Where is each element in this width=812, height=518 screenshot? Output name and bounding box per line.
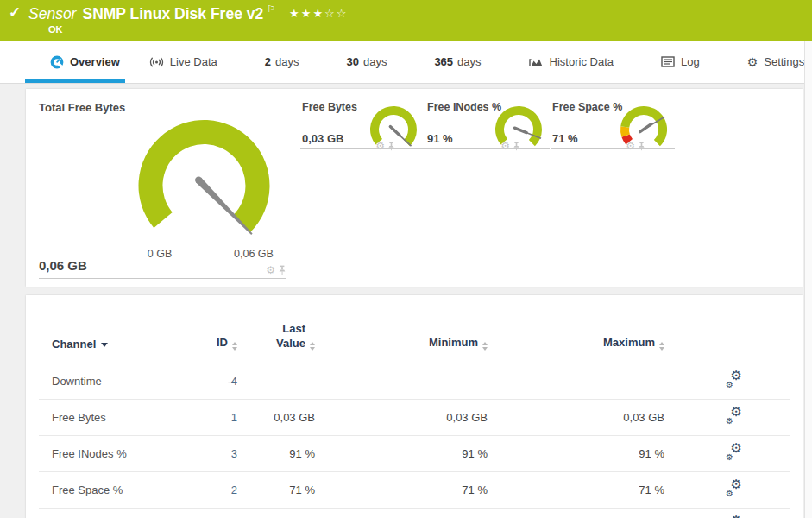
free-space-gauge: [616, 104, 671, 160]
gauge-icon: [50, 55, 64, 69]
stars-filled[interactable]: ★★★: [289, 7, 324, 20]
channel-settings-button[interactable]: ⚙⚙: [725, 407, 744, 425]
table-header-row: Channel ID Last Value Minimum Maximum: [39, 295, 790, 363]
object-kind-label: Sensor: [28, 5, 76, 22]
channel-id: 3: [186, 436, 237, 472]
tab-bar: Overview Live Data 2 days 30 days 365 da…: [0, 41, 812, 84]
scrollbar[interactable]: [804, 41, 812, 518]
channel-minimum: 71 %: [315, 472, 488, 509]
table-row: Free INodes % 3 91 % 91 % 91 % ⚙⚙: [39, 436, 790, 472]
tab-settings-label: Settings: [764, 55, 804, 68]
channel-table-panel: Channel ID Last Value Minimum Maximum Do…: [26, 295, 803, 518]
priority-flag-icon: ⚐: [267, 3, 275, 14]
log-icon: [661, 56, 675, 67]
channel-id: 1: [186, 400, 237, 436]
channel-last-value: [237, 363, 315, 400]
gauge-value: 71 %: [552, 132, 578, 145]
sensor-name: SNMP Linux Disk Free v2: [82, 5, 263, 22]
status-ok-check-icon: ✓: [9, 3, 21, 22]
gauge-title: Free Bytes: [302, 101, 357, 113]
sort-icon[interactable]: [482, 342, 488, 351]
table-row: Free Bytes 1 0,03 GB 0,03 GB 0,03 GB ⚙⚙: [39, 400, 790, 436]
gauge-card-total-free-bytes: Total Free Bytes 0 GB 0,06 GB 0,06 GB ⚙: [39, 99, 286, 279]
column-header-maximum[interactable]: Maximum: [488, 295, 664, 363]
channel-id: 2: [186, 472, 237, 509]
gauges-panel: Total Free Bytes 0 GB 0,06 GB 0,06 GB ⚙ …: [26, 89, 803, 287]
channel-name: Downtime: [39, 363, 186, 400]
channel-settings-button[interactable]: ⚙⚙: [725, 444, 744, 461]
gauge-title: Free Space %: [552, 101, 622, 113]
channel-maximum: 91 %: [488, 436, 664, 472]
tab-historic-data-label: Historic Data: [550, 55, 614, 68]
channel-maximum: 0,03 GB: [488, 400, 664, 436]
stars-empty[interactable]: ☆☆: [324, 7, 348, 20]
free-bytes-gauge: [366, 104, 421, 160]
column-header-channel[interactable]: Channel: [39, 295, 186, 363]
sort-icon[interactable]: [310, 342, 315, 351]
tab-30-days[interactable]: 30 days: [346, 41, 387, 83]
tab-live-data[interactable]: Live Data: [149, 41, 217, 83]
channel-settings-button[interactable]: ⚙⚙: [725, 371, 744, 388]
historic-chart-icon: [529, 56, 544, 68]
column-header-minimum[interactable]: Minimum: [315, 295, 488, 363]
table-row: Downtime -4 ⚙⚙: [39, 363, 790, 400]
tab-365-days-number: 365: [434, 55, 453, 68]
sort-desc-icon[interactable]: [101, 343, 108, 347]
channel-name: Free INodes %: [39, 436, 186, 472]
total-free-bytes-gauge: [129, 112, 280, 263]
sort-icon[interactable]: [659, 342, 664, 351]
column-header-last-value[interactable]: Last Value: [237, 295, 315, 363]
tab-overview[interactable]: Overview: [50, 41, 120, 83]
gauge-title: Total Free Bytes: [39, 101, 125, 114]
channel-name: Free Bytes: [39, 400, 186, 436]
tab-30-days-number: 30: [346, 55, 358, 68]
table-row: Total Free Bytes 0 0,06 GB 0,06 GB 0,06 …: [39, 509, 790, 518]
tab-365-days-label: days: [457, 55, 481, 68]
channel-minimum: 0,06 GB: [315, 509, 488, 518]
channel-last-value: 0,03 GB: [237, 400, 315, 436]
tab-log[interactable]: Log: [661, 41, 700, 83]
free-inodes-gauge: [491, 104, 546, 160]
channel-minimum: 91 %: [315, 436, 488, 472]
tab-overview-label: Overview: [70, 55, 120, 68]
tab-2-days-label: days: [275, 55, 299, 68]
tab-365-days[interactable]: 365 days: [434, 41, 481, 83]
channel-table: Channel ID Last Value Minimum Maximum Do…: [39, 295, 790, 518]
channel-minimum: 0,03 GB: [315, 400, 488, 436]
gauge-scale-min: 0 GB: [134, 248, 186, 260]
sensor-title: SensorSNMP Linux Disk Free v2⚐★★★☆☆: [28, 3, 348, 23]
priority-stars[interactable]: ★★★☆☆: [289, 7, 348, 20]
channel-minimum: [315, 363, 488, 400]
channel-name: Total Free Bytes: [39, 509, 186, 518]
channel-id: -4: [186, 363, 237, 400]
gauge-value: 91 %: [427, 132, 453, 145]
column-header-id[interactable]: ID: [186, 295, 237, 363]
gauge-card-free-inodes: Free INodes % 91 % ⚙: [425, 99, 550, 149]
gauge-card-free-space: Free Space % 71 % ⚙: [551, 99, 675, 149]
channel-last-value: 91 %: [237, 436, 315, 472]
gauge-settings-icon[interactable]: ⚙: [266, 264, 275, 276]
gauge-scale-max: 0,06 GB: [223, 248, 284, 260]
tab-settings[interactable]: ⚙ Settings: [747, 41, 805, 83]
gauge-card-free-bytes: Free Bytes 0,03 GB ⚙: [300, 99, 425, 149]
tab-historic-data[interactable]: Historic Data: [529, 41, 614, 83]
tab-2-days[interactable]: 2 days: [265, 41, 299, 83]
sensor-status-bar: ✓ SensorSNMP Linux Disk Free v2⚐★★★☆☆ OK: [0, 0, 812, 41]
channel-id: 0: [186, 509, 237, 518]
pin-gauge-icon[interactable]: [278, 265, 286, 275]
channel-maximum: 71 %: [488, 472, 664, 509]
status-badge: OK: [48, 24, 63, 35]
live-data-icon: [149, 56, 164, 68]
tab-live-data-label: Live Data: [170, 55, 217, 68]
sort-icon[interactable]: [232, 342, 237, 351]
table-row: Free Space % 2 71 % 71 % 71 % ⚙⚙: [39, 472, 790, 509]
gauge-value: 0,06 GB: [39, 258, 87, 273]
gauge-value: 0,03 GB: [302, 132, 343, 145]
channel-last-value: 71 %: [237, 472, 315, 509]
settings-gear-icon: ⚙: [747, 55, 758, 69]
channel-name: Free Space %: [39, 472, 186, 509]
channel-settings-button[interactable]: ⚙⚙: [725, 480, 744, 497]
tab-2-days-number: 2: [265, 55, 271, 68]
tab-30-days-label: days: [363, 55, 387, 68]
channel-maximum: [488, 363, 664, 400]
